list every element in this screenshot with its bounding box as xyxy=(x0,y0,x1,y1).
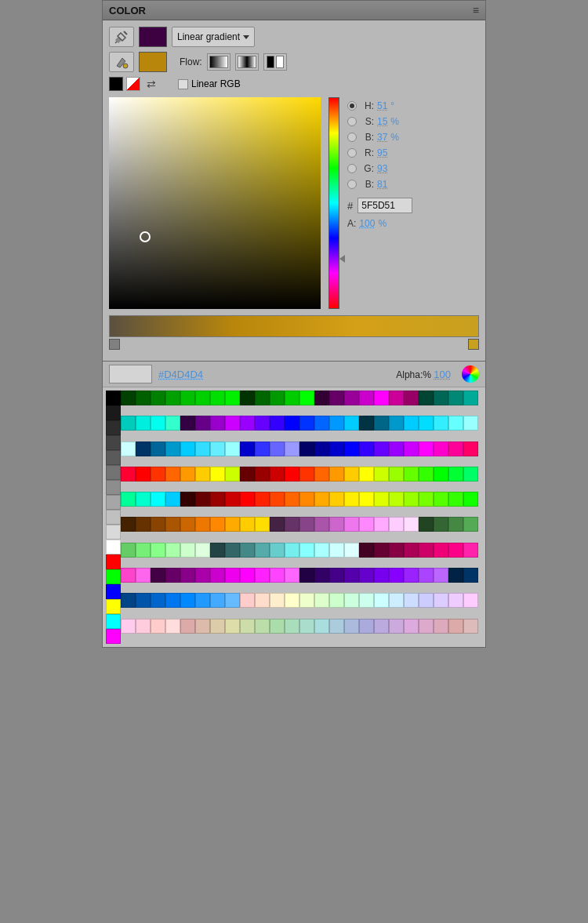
color-swatch-229[interactable] xyxy=(314,619,329,634)
color-swatch-117[interactable] xyxy=(434,492,448,507)
color-swatch-110[interactable] xyxy=(329,492,344,507)
color-swatch-135[interactable] xyxy=(344,517,359,532)
color-swatch-61[interactable] xyxy=(314,442,329,456)
color-swatch-134[interactable] xyxy=(329,517,344,532)
color-swatch-208[interactable] xyxy=(359,593,374,608)
color-swatch-168[interactable] xyxy=(121,568,136,583)
swatch-gray2[interactable] xyxy=(106,420,121,435)
color-swatch-66[interactable] xyxy=(389,442,404,456)
color-swatch-74[interactable] xyxy=(151,467,165,481)
color-swatch-123[interactable] xyxy=(165,517,180,532)
color-swatch-46[interactable] xyxy=(448,416,463,431)
color-swatch-94[interactable] xyxy=(448,467,463,481)
bottom-alpha-value[interactable]: 100 xyxy=(434,369,451,380)
color-swatch-177[interactable] xyxy=(255,568,270,583)
color-swatch-210[interactable] xyxy=(389,593,404,608)
gradient-stop-right[interactable] xyxy=(468,339,479,350)
color-swatch-220[interactable] xyxy=(180,619,195,634)
color-swatch-147[interactable] xyxy=(165,543,180,558)
color-swatch-114[interactable] xyxy=(389,492,404,507)
color-swatch-105[interactable] xyxy=(255,492,270,507)
color-swatch-92[interactable] xyxy=(419,467,434,481)
color-swatch-3[interactable] xyxy=(165,391,180,405)
color-swatch-193[interactable] xyxy=(136,593,151,608)
color-swatch-20[interactable] xyxy=(419,391,434,405)
color-swatch-131[interactable] xyxy=(285,517,299,532)
color-swatch-19[interactable] xyxy=(404,391,419,405)
color-swatch-111[interactable] xyxy=(344,492,359,507)
color-swatch-133[interactable] xyxy=(314,517,329,532)
color-swatch-151[interactable] xyxy=(225,543,240,558)
color-swatch-230[interactable] xyxy=(329,619,344,634)
color-swatch-234[interactable] xyxy=(389,619,404,634)
color-swatch-199[interactable] xyxy=(225,593,240,608)
color-swatch-17[interactable] xyxy=(374,391,389,405)
swatch-gray3[interactable] xyxy=(106,435,121,450)
swap-colors-icon[interactable]: ⇄ xyxy=(143,77,159,91)
color-swatch-40[interactable] xyxy=(359,416,374,431)
flow-btn-2[interactable] xyxy=(235,53,259,71)
color-swatch-214[interactable] xyxy=(448,593,463,608)
color-swatch-172[interactable] xyxy=(180,568,195,583)
color-swatch-14[interactable] xyxy=(329,391,344,405)
color-swatch-130[interactable] xyxy=(270,517,285,532)
swatch-gray6[interactable] xyxy=(106,480,121,495)
color-swatch-181[interactable] xyxy=(314,568,329,583)
color-swatch-98[interactable] xyxy=(151,492,165,507)
color-swatch-6[interactable] xyxy=(210,391,225,405)
color-swatch-222[interactable] xyxy=(210,619,225,634)
color-swatch-175[interactable] xyxy=(225,568,240,583)
color-swatch-228[interactable] xyxy=(299,619,314,634)
color-swatch-225[interactable] xyxy=(255,619,270,634)
color-swatch-209[interactable] xyxy=(374,593,389,608)
color-swatch-153[interactable] xyxy=(255,543,270,558)
color-swatch-99[interactable] xyxy=(165,492,180,507)
color-swatch-102[interactable] xyxy=(210,492,225,507)
color-picker-square[interactable] xyxy=(109,97,321,309)
saturation-value[interactable]: 15 xyxy=(377,116,387,127)
color-swatch-49[interactable] xyxy=(136,442,151,456)
color-swatch-36[interactable] xyxy=(299,416,314,431)
color-swatch-21[interactable] xyxy=(434,391,448,405)
color-swatch-215[interactable] xyxy=(463,593,478,608)
color-swatch-54[interactable] xyxy=(210,442,225,456)
color-swatch-16[interactable] xyxy=(359,391,374,405)
swatch-yellow[interactable] xyxy=(106,599,121,614)
color-swatch-171[interactable] xyxy=(165,568,180,583)
color-swatch-158[interactable] xyxy=(329,543,344,558)
color-swatch-227[interactable] xyxy=(285,619,299,634)
color-swatch-143[interactable] xyxy=(463,517,478,532)
color-swatch-52[interactable] xyxy=(180,442,195,456)
flow-btn-1[interactable] xyxy=(207,53,230,71)
color-swatch-97[interactable] xyxy=(136,492,151,507)
color-swatch-115[interactable] xyxy=(404,492,419,507)
color-swatch-145[interactable] xyxy=(136,543,151,558)
color-swatch-178[interactable] xyxy=(270,568,285,583)
swatch-blue[interactable] xyxy=(106,584,121,599)
swatch-white[interactable] xyxy=(106,540,121,554)
color-swatch-56[interactable] xyxy=(240,442,255,456)
color-swatch-77[interactable] xyxy=(195,467,210,481)
color-swatch-194[interactable] xyxy=(151,593,165,608)
color-swatch-196[interactable] xyxy=(180,593,195,608)
color-swatch-190[interactable] xyxy=(448,568,463,583)
color-swatch-125[interactable] xyxy=(195,517,210,532)
color-swatch-217[interactable] xyxy=(136,619,151,634)
default-colors-icon[interactable] xyxy=(109,77,123,91)
none-color-icon[interactable] xyxy=(126,77,140,91)
swatch-green[interactable] xyxy=(106,569,121,584)
color-swatch-18[interactable] xyxy=(389,391,404,405)
color-swatch-12[interactable] xyxy=(299,391,314,405)
color-swatch-86[interactable] xyxy=(329,467,344,481)
green-value[interactable]: 93 xyxy=(377,163,387,174)
color-swatch-53[interactable] xyxy=(195,442,210,456)
red-value[interactable]: 95 xyxy=(377,147,387,158)
color-wheel-icon[interactable] xyxy=(462,365,479,383)
color-swatch-136[interactable] xyxy=(359,517,374,532)
swatch-magenta[interactable] xyxy=(106,629,121,644)
color-swatch-191[interactable] xyxy=(463,568,478,583)
color-swatch-232[interactable] xyxy=(359,619,374,634)
color-swatch-69[interactable] xyxy=(434,442,448,456)
color-swatch-201[interactable] xyxy=(255,593,270,608)
color-swatch-104[interactable] xyxy=(240,492,255,507)
